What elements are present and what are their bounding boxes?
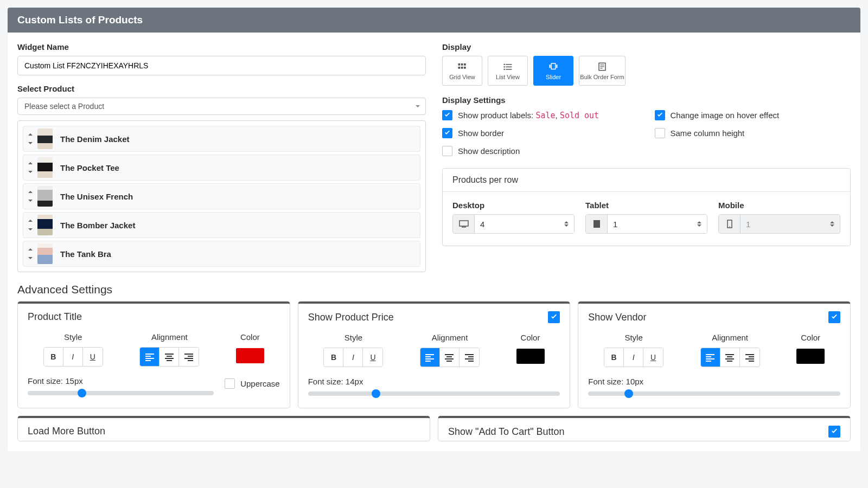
color-swatch[interactable]: [796, 349, 825, 364]
widget-name-input[interactable]: [17, 56, 426, 75]
svg-rect-56: [745, 354, 754, 355]
svg-rect-34: [184, 358, 193, 359]
svg-rect-59: [749, 361, 754, 362]
product-list: The Denim Jacket The Pocket Tee The Unis…: [17, 120, 426, 272]
drag-handle-icon[interactable]: [28, 220, 33, 230]
display-label: Display: [442, 42, 851, 52]
product-title-heading: Product Title: [28, 311, 82, 323]
product-thumb: [37, 243, 53, 264]
svg-rect-25: [145, 356, 151, 357]
select-caret-icon: [564, 221, 569, 227]
drag-handle-icon[interactable]: [28, 191, 33, 202]
display-grid-button[interactable]: Grid View: [442, 56, 482, 86]
display-bulk-button[interactable]: Bulk Order Form: [579, 56, 626, 86]
align-right-button[interactable]: [179, 348, 199, 366]
tablet-select[interactable]: 1: [585, 214, 707, 234]
align-center-button[interactable]: [440, 348, 459, 367]
font-size-slider[interactable]: [28, 391, 214, 395]
svg-rect-20: [462, 227, 466, 228]
svg-rect-43: [446, 361, 452, 362]
align-buttons: [139, 347, 199, 367]
underline-button[interactable]: U: [83, 348, 103, 366]
svg-rect-6: [504, 63, 505, 65]
bold-button[interactable]: B: [44, 348, 63, 366]
svg-rect-2: [464, 63, 466, 66]
show-description-checkbox[interactable]: [442, 146, 452, 156]
align-right-button[interactable]: [740, 348, 760, 367]
drag-handle-icon[interactable]: [28, 162, 33, 173]
svg-rect-47: [468, 361, 474, 362]
svg-rect-45: [468, 356, 474, 357]
show-labels-checkbox[interactable]: [442, 110, 452, 120]
product-price-heading: Show Product Price: [308, 312, 394, 323]
product-title-card: Product Title Style B I U: [17, 301, 290, 408]
vendor-toggle[interactable]: [828, 311, 840, 323]
show-border-checkbox[interactable]: [442, 128, 452, 138]
svg-rect-35: [188, 360, 193, 361]
font-size-slider[interactable]: [308, 391, 560, 396]
mobile-icon: [719, 215, 741, 233]
font-size-label: Font size: 15px: [28, 376, 214, 386]
underline-button[interactable]: U: [643, 348, 663, 367]
svg-rect-17: [600, 66, 604, 67]
style-label: Style: [43, 332, 103, 342]
svg-rect-0: [458, 63, 461, 66]
display-settings-label: Display Settings: [442, 95, 851, 105]
svg-rect-26: [145, 358, 154, 359]
color-swatch[interactable]: [516, 349, 545, 364]
product-price-card: Show Product Price Style BIU Alignment: [298, 301, 571, 408]
bold-button[interactable]: B: [604, 348, 624, 367]
style-buttons: B I U: [43, 347, 103, 367]
display-list-button[interactable]: List View: [488, 56, 528, 86]
font-size-slider[interactable]: [588, 391, 840, 396]
load-more-heading: Load More Button: [28, 426, 105, 437]
price-toggle[interactable]: [548, 311, 560, 323]
color-label: Color: [236, 332, 264, 342]
align-left-button[interactable]: [701, 348, 720, 367]
show-labels-text: Show product labels: Sale, Sold out: [458, 111, 599, 120]
drag-handle-icon[interactable]: [28, 133, 33, 144]
drag-handle-icon[interactable]: [28, 248, 33, 259]
select-product-dropdown[interactable]: Please select a Product: [17, 98, 426, 115]
display-slider-label: Slider: [546, 74, 561, 80]
desktop-select[interactable]: 4: [452, 214, 575, 234]
hover-effect-checkbox[interactable]: [655, 110, 665, 120]
list-icon: [502, 62, 514, 72]
uppercase-checkbox[interactable]: [225, 378, 235, 389]
svg-rect-36: [425, 354, 434, 355]
italic-button[interactable]: I: [343, 348, 363, 367]
desktop-label: Desktop: [452, 201, 575, 210]
product-thumb: [37, 215, 53, 235]
italic-button[interactable]: I: [63, 348, 83, 366]
product-name: The Denim Jacket: [60, 134, 130, 144]
advanced-settings-title: Advanced Settings: [17, 283, 851, 296]
color-label: Color: [516, 333, 545, 342]
svg-rect-19: [459, 221, 468, 226]
add-to-cart-heading: Show "Add To Cart" Button: [448, 426, 565, 438]
align-center-button[interactable]: [159, 348, 179, 366]
same-column-checkbox[interactable]: [655, 128, 665, 138]
bold-button[interactable]: B: [324, 348, 343, 367]
svg-rect-51: [706, 361, 711, 362]
italic-button[interactable]: I: [624, 348, 643, 367]
display-grid-label: Grid View: [449, 74, 475, 80]
product-item[interactable]: The Denim Jacket: [23, 126, 420, 152]
product-thumb: [37, 157, 53, 178]
product-item[interactable]: The Bomber Jacket: [23, 212, 420, 238]
chevron-down-icon: [416, 105, 420, 107]
align-right-button[interactable]: [459, 348, 479, 367]
product-thumb: [37, 186, 53, 207]
mobile-value: 1: [746, 220, 750, 229]
align-center-button[interactable]: [720, 348, 740, 367]
product-item[interactable]: The Tank Bra: [23, 241, 420, 267]
align-left-button[interactable]: [420, 348, 440, 367]
align-left-button[interactable]: [140, 348, 159, 366]
color-swatch[interactable]: [236, 348, 264, 363]
font-size-label: Font size: 14px: [308, 377, 560, 386]
product-item[interactable]: The Unisex French: [23, 183, 420, 209]
product-item[interactable]: The Pocket Tee: [23, 155, 420, 181]
underline-button[interactable]: U: [363, 348, 382, 367]
select-product-placeholder: Please select a Product: [24, 102, 104, 111]
add-to-cart-toggle[interactable]: [828, 426, 840, 438]
display-slider-button[interactable]: Slider: [533, 56, 573, 86]
